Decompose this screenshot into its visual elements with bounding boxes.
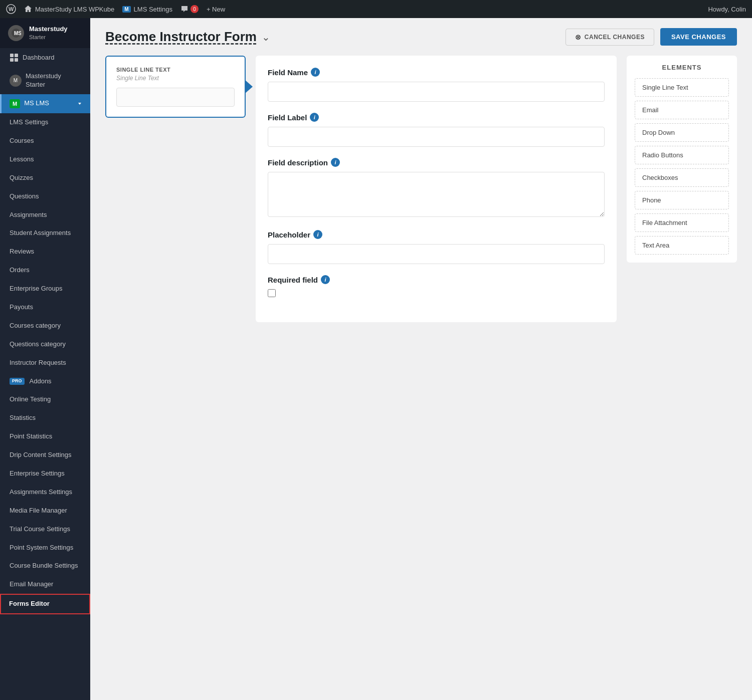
page-header: Become Instructor Form ⌄ ⊗ CANCEL CHANGE… <box>90 18 752 51</box>
field-description-info-icon[interactable]: i <box>331 158 340 167</box>
sidebar-item-forms-editor[interactable]: Forms Editor <box>0 594 90 614</box>
sidebar-item-statistics[interactable]: Statistics <box>0 409 90 427</box>
sidebar-item-drip-content-settings[interactable]: Drip Content Settings <box>0 446 90 464</box>
sidebar-item-student-assignments[interactable]: Student Assignments <box>0 224 90 243</box>
sidebar-item-questions[interactable]: Questions <box>0 187 90 206</box>
sidebar-item-email-manager[interactable]: Email Manager <box>0 575 90 594</box>
element-checkboxes[interactable]: Checkboxes <box>635 168 729 187</box>
page-title-area: Become Instructor Form ⌄ <box>105 29 270 45</box>
collapse-icon <box>77 101 82 106</box>
field-label-group: Field Label i <box>268 113 605 147</box>
wp-logo[interactable]: W <box>6 4 16 14</box>
avatar: MS <box>8 25 24 41</box>
main-layout: MS Masterstudy Starter Dashboard M Maste… <box>0 18 752 700</box>
save-button[interactable]: SAVE CHANGES <box>660 28 737 46</box>
sidebar-item-lms-settings[interactable]: LMS Settings <box>0 113 90 132</box>
sidebar-item-dashboard[interactable]: Dashboard <box>0 48 90 67</box>
field-name-info-icon[interactable]: i <box>311 68 320 77</box>
field-description-group: Field description i <box>268 158 605 219</box>
field-required-label: Required field i <box>268 275 605 284</box>
howdy-text: Howdy, Colin <box>708 6 746 13</box>
cancel-button[interactable]: ⊗ CANCEL CHANGES <box>566 29 654 46</box>
ms-badge: M <box>10 99 20 108</box>
sidebar-item-instructor-requests[interactable]: Instructor Requests <box>0 354 90 372</box>
sidebar-item-assignments-settings[interactable]: Assignments Settings <box>0 483 90 502</box>
field-placeholder-info-icon[interactable]: i <box>313 230 322 239</box>
sidebar-item-courses-category[interactable]: Courses category <box>0 317 90 335</box>
sidebar-item-course-bundle-settings[interactable]: Course Bundle Settings <box>0 557 90 575</box>
header-actions: ⊗ CANCEL CHANGES SAVE CHANGES <box>566 28 737 46</box>
sidebar-item-masterstudy[interactable]: M Masterstudy Starter <box>0 67 90 94</box>
site-title[interactable]: MasterStudy LMS WPKube <box>24 5 114 13</box>
main-content: Become Instructor Form ⌄ ⊗ CANCEL CHANGE… <box>90 18 752 700</box>
field-name-group: Field Name i <box>268 68 605 102</box>
element-drop-down[interactable]: Drop Down <box>635 123 729 142</box>
admin-bar: W MasterStudy LMS WPKube M LMS Settings … <box>0 0 752 18</box>
sidebar-item-quizzes[interactable]: Quizzes <box>0 169 90 187</box>
sidebar-logo: MS Masterstudy Starter <box>0 18 90 48</box>
preview-type-sublabel: Single Line Text <box>116 75 235 82</box>
masterstudy-icon: M <box>10 75 22 87</box>
sidebar-item-assignments[interactable]: Assignments <box>0 206 90 224</box>
field-description-textarea[interactable] <box>268 172 605 217</box>
comments-link[interactable]: 0 <box>180 5 199 13</box>
field-label-input[interactable] <box>268 127 605 147</box>
svg-text:MS: MS <box>14 31 21 36</box>
element-single-line-text[interactable]: Single Line Text <box>635 78 729 97</box>
preview-input[interactable] <box>116 88 235 107</box>
element-radio-buttons[interactable]: Radio Buttons <box>635 146 729 164</box>
field-name-label: Field Name i <box>268 68 605 77</box>
element-file-attachment[interactable]: File Attachment <box>635 213 729 232</box>
sidebar-item-courses[interactable]: Courses <box>0 132 90 150</box>
pro-badge: PRO <box>10 378 25 385</box>
element-text-area[interactable]: Text Area <box>635 236 729 255</box>
sidebar-item-lessons[interactable]: Lessons <box>0 150 90 169</box>
editor-area: SINGLE LINE TEXT Single Line Text Field … <box>90 51 752 700</box>
sidebar-item-point-statistics[interactable]: Point Statistics <box>0 427 90 446</box>
field-settings-panel: Field Name i Field Label i Field descrip… <box>256 56 617 322</box>
sidebar-nav: Dashboard M Masterstudy Starter M MS LMS… <box>0 48 90 700</box>
sidebar: MS Masterstudy Starter Dashboard M Maste… <box>0 18 90 700</box>
new-link[interactable]: + New <box>207 6 225 13</box>
sidebar-item-media-file-manager[interactable]: Media File Manager <box>0 502 90 520</box>
sidebar-item-reviews[interactable]: Reviews <box>0 243 90 261</box>
sidebar-item-trial-course-settings[interactable]: Trial Course Settings <box>0 520 90 539</box>
element-email[interactable]: Email <box>635 101 729 119</box>
field-placeholder-group: Placeholder i <box>268 230 605 264</box>
preview-type-label: SINGLE LINE TEXT <box>116 67 235 73</box>
sidebar-item-enterprise-settings[interactable]: Enterprise Settings <box>0 464 90 483</box>
sidebar-item-point-system-settings[interactable]: Point System Settings <box>0 539 90 557</box>
svg-rect-4 <box>10 54 14 57</box>
field-required-group: Required field i <box>268 275 605 299</box>
svg-rect-7 <box>15 58 18 62</box>
field-label-label: Field Label i <box>268 113 605 122</box>
element-phone[interactable]: Phone <box>635 191 729 209</box>
elements-panel: ELEMENTS Single Line Text Email Drop Dow… <box>627 56 737 263</box>
sidebar-item-addons[interactable]: PRO Addons <box>0 372 90 391</box>
page-title: Become Instructor Form <box>105 29 257 45</box>
lms-settings-link[interactable]: M LMS Settings <box>122 6 172 13</box>
form-preview-panel: SINGLE LINE TEXT Single Line Text <box>105 56 246 118</box>
sidebar-item-ms-lms[interactable]: M MS LMS <box>0 94 90 113</box>
sidebar-item-online-testing[interactable]: Online Testing <box>0 390 90 409</box>
svg-rect-5 <box>15 54 18 57</box>
svg-rect-6 <box>10 58 14 62</box>
field-placeholder-input[interactable] <box>268 244 605 264</box>
field-label-info-icon[interactable]: i <box>310 113 319 122</box>
elements-title: ELEMENTS <box>635 64 729 71</box>
sidebar-site-name: Masterstudy Starter <box>29 25 68 41</box>
field-required-checkbox[interactable] <box>268 289 276 297</box>
field-description-label: Field description i <box>268 158 605 167</box>
sidebar-item-questions-category[interactable]: Questions category <box>0 335 90 354</box>
sidebar-item-enterprise-groups[interactable]: Enterprise Groups <box>0 280 90 298</box>
field-placeholder-label: Placeholder i <box>268 230 605 239</box>
title-dropdown-icon[interactable]: ⌄ <box>262 31 270 43</box>
field-name-input[interactable] <box>268 82 605 102</box>
sidebar-item-orders[interactable]: Orders <box>0 261 90 280</box>
field-required-info-icon[interactable]: i <box>321 275 330 284</box>
svg-text:W: W <box>9 6 14 12</box>
sidebar-item-payouts[interactable]: Payouts <box>0 298 90 317</box>
